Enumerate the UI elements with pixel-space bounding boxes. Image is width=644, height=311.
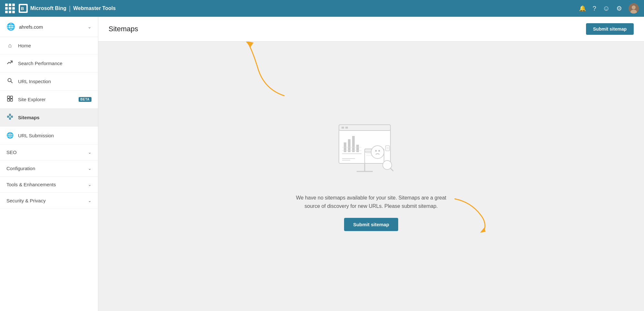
sidebar-item-tools-enhancements[interactable]: Tools & Enhancements ⌄ <box>0 177 98 193</box>
top-navigation: B Microsoft Bing | Webmaster Tools 🔔 ? ☺… <box>0 0 644 17</box>
svg-rect-8 <box>10 96 13 98</box>
apps-grid-button[interactable] <box>5 4 15 13</box>
sidebar-label-url-inspection: URL Inspection <box>18 79 91 84</box>
svg-rect-22 <box>341 127 344 129</box>
beta-badge: BETA <box>79 97 91 102</box>
empty-state-illustration <box>336 121 407 186</box>
svg-rect-9 <box>7 99 10 101</box>
submit-sitemap-header-button[interactable]: Submit sitemap <box>586 23 634 35</box>
submit-sitemap-center-button[interactable]: Submit sitemap <box>344 218 398 231</box>
product-name: Webmaster Tools <box>73 5 116 11</box>
svg-rect-26 <box>352 136 355 152</box>
svg-line-6 <box>11 82 13 83</box>
sidebar-label-seo: SEO <box>6 150 17 155</box>
sidebar-item-url-submission[interactable]: 🌐 URL Submission <box>0 127 98 144</box>
security-chevron-icon: ⌄ <box>88 198 91 203</box>
svg-rect-12 <box>9 114 11 115</box>
arrow-to-sitemaps <box>239 42 291 102</box>
feedback-icon[interactable]: ☺ <box>603 4 610 13</box>
sidebar-item-home[interactable]: ⌂ Home <box>0 37 98 54</box>
globe-icon: 🌐 <box>6 23 15 31</box>
main-layout: 🌐 ahrefs.com ⌄ ⌂ Home Search Performance <box>0 17 644 311</box>
sidebar-label-url-submission: URL Submission <box>18 133 91 138</box>
topnav-left: B Microsoft Bing | Webmaster Tools <box>5 4 116 13</box>
sidebar-label-search-performance: Search Performance <box>18 61 91 66</box>
brand-logo: B Microsoft Bing | Webmaster Tools <box>19 4 116 13</box>
sidebar-label-site-explorer: Site Explorer <box>18 97 74 102</box>
content-header: Sitemaps Submit sitemap <box>98 17 644 42</box>
arrow-to-submit-button <box>452 196 497 234</box>
sidebar-item-configuration[interactable]: Configuration ⌄ <box>0 160 98 177</box>
page-title: Sitemaps <box>109 25 138 33</box>
sidebar-item-site-explorer[interactable]: Site Explorer BETA <box>0 91 98 109</box>
home-icon: ⌂ <box>6 42 14 49</box>
sidebar: 🌐 ahrefs.com ⌄ ⌂ Home Search Performance <box>0 17 98 311</box>
svg-text:B: B <box>21 6 24 11</box>
search-icon <box>6 78 14 85</box>
user-avatar[interactable] <box>629 3 639 14</box>
svg-rect-7 <box>7 96 10 98</box>
svg-rect-14 <box>11 116 13 117</box>
tools-chevron-icon: ⌄ <box>88 182 91 187</box>
content-area: Sitemaps Submit sitemap <box>98 17 644 311</box>
svg-rect-46 <box>386 146 389 151</box>
svg-marker-49 <box>480 227 485 233</box>
sidebar-item-seo[interactable]: SEO ⌄ <box>0 144 98 160</box>
configuration-chevron-icon: ⌄ <box>88 166 91 171</box>
empty-state: We have no sitemaps available for your s… <box>291 121 452 231</box>
url-globe-icon: 🌐 <box>6 132 14 139</box>
settings-icon[interactable]: ⚙ <box>616 5 622 12</box>
empty-state-message: We have no sitemaps available for your s… <box>291 194 452 210</box>
svg-rect-23 <box>345 127 348 129</box>
sidebar-item-sitemaps[interactable]: Sitemaps <box>0 109 98 127</box>
svg-rect-27 <box>356 145 359 152</box>
svg-marker-19 <box>245 42 254 47</box>
bing-icon: B <box>19 4 28 13</box>
svg-point-3 <box>632 5 636 9</box>
sidebar-label-sitemaps: Sitemaps <box>18 115 91 120</box>
sidebar-item-security-privacy[interactable]: Security & Privacy ⌄ <box>0 193 98 209</box>
site-chevron-icon: ⌄ <box>88 24 91 29</box>
sidebar-label-configuration: Configuration <box>6 166 35 171</box>
help-icon[interactable]: ? <box>592 5 596 12</box>
svg-rect-11 <box>7 116 9 117</box>
bell-icon[interactable]: 🔔 <box>579 5 586 12</box>
seo-chevron-icon: ⌄ <box>88 150 91 155</box>
sitemap-icon <box>6 114 14 121</box>
content-body: We have no sitemaps available for your s… <box>98 42 644 311</box>
trending-up-icon <box>6 60 14 67</box>
site-selector[interactable]: 🌐 ahrefs.com ⌄ <box>0 17 98 37</box>
svg-point-39 <box>371 146 384 159</box>
svg-rect-13 <box>9 118 11 119</box>
grid-icon <box>6 96 14 103</box>
topnav-right: 🔔 ? ☺ ⚙ <box>579 3 639 14</box>
sidebar-item-url-inspection[interactable]: URL Inspection <box>0 73 98 91</box>
brand-name: Microsoft Bing <box>30 5 66 11</box>
sidebar-label-tools-enhancements: Tools & Enhancements <box>6 182 56 187</box>
sidebar-label-security-privacy: Security & Privacy <box>6 198 46 203</box>
site-name: ahrefs.com <box>19 24 84 30</box>
sidebar-item-search-performance[interactable]: Search Performance <box>0 54 98 73</box>
brand-divider: | <box>69 5 71 12</box>
sidebar-label-home: Home <box>18 43 91 48</box>
svg-rect-25 <box>348 139 351 152</box>
svg-line-45 <box>390 168 393 171</box>
svg-rect-10 <box>10 99 13 101</box>
